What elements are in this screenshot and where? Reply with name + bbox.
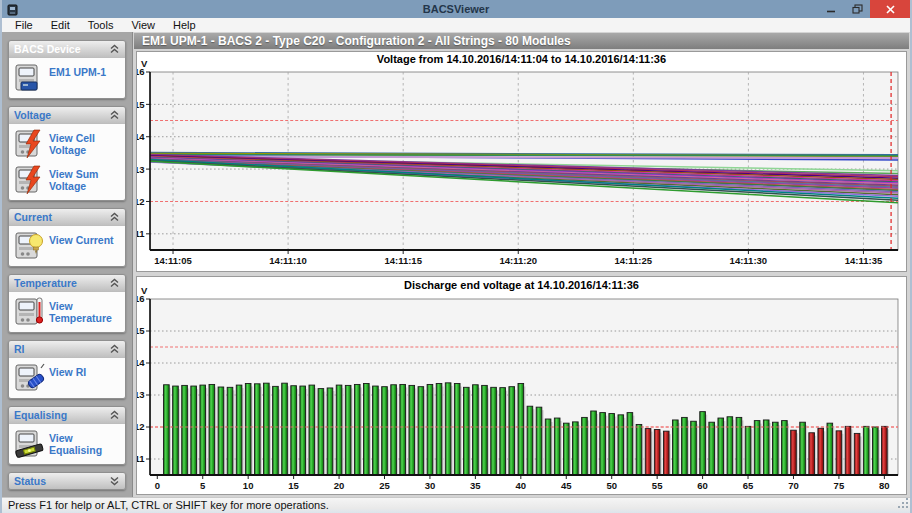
module-bar xyxy=(382,387,388,475)
menu-view[interactable]: View xyxy=(122,19,164,31)
x-tick-label: 20 xyxy=(334,480,345,491)
module-bar xyxy=(164,385,170,475)
module-bar xyxy=(254,384,260,475)
sidebar-item-view-sum-voltage[interactable]: View Sum Voltage xyxy=(9,162,125,198)
sidebar-section-bacs-device-header[interactable]: BACS Device xyxy=(9,41,125,57)
sidebar-item-view-equalising[interactable]: View Equalising xyxy=(9,426,125,462)
module-bar xyxy=(300,386,306,475)
resize-grip[interactable] xyxy=(897,497,909,512)
voltage-line-chart-panel: 111213141516VVoltage from 14.10.2016/14:… xyxy=(136,51,907,272)
module-bar xyxy=(691,421,697,475)
module-bar xyxy=(236,385,242,475)
menu-tools[interactable]: Tools xyxy=(79,19,123,31)
discharge-bar-chart[interactable]: 111213141516VDischarge end voltage at 14… xyxy=(137,277,906,494)
module-bar xyxy=(336,385,342,475)
x-tick-label: 5 xyxy=(200,480,206,491)
section-title: Temperature xyxy=(14,277,77,289)
module-bar xyxy=(373,386,379,475)
module-bar xyxy=(264,383,270,475)
x-tick-label: 60 xyxy=(697,480,708,491)
minimize-button[interactable] xyxy=(818,0,844,18)
module-bar xyxy=(182,385,188,475)
voltage-line-chart[interactable]: 111213141516VVoltage from 14.10.2016/14:… xyxy=(137,52,906,271)
maximize-button[interactable] xyxy=(844,0,870,18)
module-bar xyxy=(400,384,406,475)
x-tick-label: 14:11:30 xyxy=(730,255,768,266)
chevron-double-up-icon xyxy=(109,212,120,222)
statusbar: Press F1 for help or ALT, CTRL or SHIFT … xyxy=(2,497,910,513)
y-tick-label: 13 xyxy=(137,164,145,175)
voltage-icon xyxy=(13,164,45,196)
sidebar-item-view-current[interactable]: View Current xyxy=(9,228,125,264)
x-tick-label: 14:11:15 xyxy=(384,255,422,266)
chevron-double-down-icon xyxy=(109,476,120,486)
x-tick-label: 65 xyxy=(743,480,754,491)
module-bar xyxy=(364,383,370,475)
sidebar-section-current-header[interactable]: Current xyxy=(9,209,125,225)
sidebar-item-view-temperature[interactable]: View Temperature xyxy=(9,294,125,330)
y-tick-label: 14 xyxy=(137,358,145,369)
x-tick-label: 14:11:10 xyxy=(269,255,307,266)
module-bar-alarm xyxy=(818,428,824,475)
x-tick-label: 55 xyxy=(652,480,663,491)
sidebar-item-view-ri[interactable]: View RI xyxy=(9,360,125,396)
module-bar xyxy=(309,385,315,475)
menu-file[interactable]: File xyxy=(6,19,42,31)
page-title: EM1 UPM-1 - BACS 2 - Type C20 - Configur… xyxy=(134,33,909,49)
x-tick-label: 70 xyxy=(788,480,799,491)
sidebar-section-voltage-header[interactable]: Voltage xyxy=(9,107,125,123)
module-bar xyxy=(591,411,597,475)
sidebar-section-temperature-header[interactable]: Temperature xyxy=(9,275,125,291)
section-title: Current xyxy=(14,211,52,223)
chevron-double-up-icon xyxy=(109,410,120,420)
module-bar xyxy=(745,426,751,475)
sidebar-item-label: EM1 UPM-1 xyxy=(49,66,106,78)
module-bar-alarm xyxy=(854,433,860,475)
close-button[interactable] xyxy=(870,0,910,18)
sidebar-item-label: View Temperature xyxy=(49,300,123,324)
menu-edit[interactable]: Edit xyxy=(42,19,79,31)
menu-help[interactable]: Help xyxy=(164,19,205,31)
sidebar-section-ri-header[interactable]: RI xyxy=(9,341,125,357)
module-bar xyxy=(618,415,624,475)
sidebar-section-current: CurrentView Current xyxy=(8,208,126,267)
module-bar xyxy=(445,383,451,475)
module-bar xyxy=(391,385,397,475)
section-body: EM1 UPM-1 xyxy=(9,57,125,98)
module-bar-alarm xyxy=(791,430,797,475)
y-tick-label: 13 xyxy=(137,390,145,401)
sidebar-item-view-cell-voltage[interactable]: View Cell Voltage xyxy=(9,126,125,162)
x-tick-label: 10 xyxy=(243,480,254,491)
module-bar xyxy=(573,422,579,475)
module-bar-alarm xyxy=(645,429,651,475)
ri-icon xyxy=(13,362,45,394)
titlebar[interactable]: BACSViewer xyxy=(2,0,910,18)
module-bar-alarm xyxy=(654,430,660,475)
module-bar-alarm xyxy=(845,426,851,475)
module-bar xyxy=(636,424,642,475)
sidebar-item-em1-upm-1[interactable]: EM1 UPM-1 xyxy=(9,60,125,96)
module-bar xyxy=(563,423,569,475)
sidebar-section-ri: RIView RI xyxy=(8,340,126,399)
chevron-double-up-icon xyxy=(109,344,120,354)
module-bar-alarm xyxy=(882,426,888,475)
sidebar-item-label: View Current xyxy=(49,234,114,246)
bacs-device-icon xyxy=(13,62,45,94)
temperature-icon xyxy=(13,296,45,328)
bacsviewer-window: BACSViewer FileEditToolsViewHelp BACS De… xyxy=(0,0,912,513)
module-bar xyxy=(463,387,469,475)
chart-title: Discharge end voltage at 14.10.2016/14:1… xyxy=(404,279,639,291)
module-bar xyxy=(291,386,297,475)
module-bar xyxy=(427,384,433,475)
x-tick-label: 0 xyxy=(155,480,160,491)
x-tick-label: 14:11:35 xyxy=(845,255,883,266)
y-tick-label: 15 xyxy=(137,326,145,337)
sidebar-section-equalising-header[interactable]: Equalising xyxy=(9,407,125,423)
module-bar xyxy=(509,387,515,475)
module-bar xyxy=(482,385,488,475)
status-text: Press F1 for help or ALT, CTRL or SHIFT … xyxy=(8,499,329,511)
module-bar xyxy=(418,387,424,475)
y-tick-label: 12 xyxy=(137,422,145,433)
module-bar xyxy=(500,388,506,475)
sidebar-section-status-header[interactable]: Status xyxy=(9,473,125,489)
